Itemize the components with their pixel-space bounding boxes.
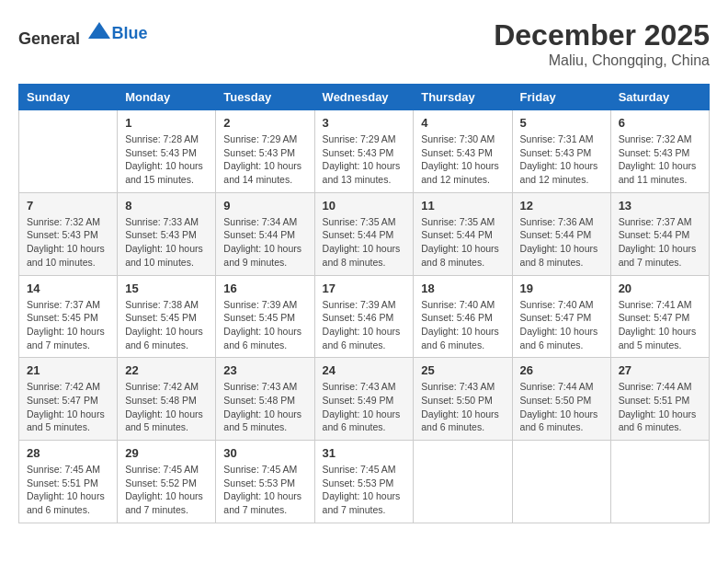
month-title: December 2025 [494,18,710,52]
day-info: Sunrise: 7:40 AM Sunset: 5:47 PM Dayligh… [520,298,603,352]
calendar-cell: 5Sunrise: 7:31 AM Sunset: 5:43 PM Daylig… [512,110,610,193]
calendar-table: SundayMondayTuesdayWednesdayThursdayFrid… [18,84,710,523]
weekday-header: Saturday [610,85,709,110]
day-number: 24 [323,363,406,377]
day-info: Sunrise: 7:40 AM Sunset: 5:46 PM Dayligh… [421,298,504,352]
day-number: 28 [27,446,109,460]
day-number: 26 [520,363,603,377]
day-number: 2 [223,116,306,130]
weekday-header: Sunday [19,85,118,110]
calendar-cell: 7Sunrise: 7:32 AM Sunset: 5:43 PM Daylig… [19,192,118,275]
calendar-cell: 12Sunrise: 7:36 AM Sunset: 5:44 PM Dayli… [512,192,610,275]
weekday-header: Tuesday [216,85,314,110]
calendar-cell: 28Sunrise: 7:45 AM Sunset: 5:51 PM Dayli… [19,441,118,523]
logo: General Blue [18,18,148,49]
page-header: General Blue December 2025 Maliu, Chongq… [18,18,710,69]
day-number: 29 [125,446,208,460]
day-number: 19 [520,282,603,295]
day-info: Sunrise: 7:38 AM Sunset: 5:45 PM Dayligh… [125,298,208,352]
calendar-week-row: 21Sunrise: 7:42 AM Sunset: 5:47 PM Dayli… [19,358,710,441]
calendar-cell: 8Sunrise: 7:33 AM Sunset: 5:43 PM Daylig… [118,192,216,275]
day-info: Sunrise: 7:37 AM Sunset: 5:44 PM Dayligh… [619,215,701,270]
calendar-week-row: 28Sunrise: 7:45 AM Sunset: 5:51 PM Dayli… [19,441,710,523]
day-number: 20 [619,282,701,295]
calendar-cell: 9Sunrise: 7:34 AM Sunset: 5:44 PM Daylig… [216,192,314,275]
calendar-cell: 10Sunrise: 7:35 AM Sunset: 5:44 PM Dayli… [314,192,414,275]
day-info: Sunrise: 7:39 AM Sunset: 5:45 PM Dayligh… [223,298,306,352]
calendar-cell: 6Sunrise: 7:32 AM Sunset: 5:43 PM Daylig… [610,110,709,193]
day-info: Sunrise: 7:31 AM Sunset: 5:43 PM Dayligh… [520,132,603,187]
weekday-header: Monday [118,85,216,110]
calendar-cell: 29Sunrise: 7:45 AM Sunset: 5:52 PM Dayli… [118,441,216,523]
day-info: Sunrise: 7:30 AM Sunset: 5:43 PM Dayligh… [421,132,504,187]
day-info: Sunrise: 7:32 AM Sunset: 5:43 PM Dayligh… [27,215,109,270]
logo-general: General [18,29,80,48]
day-info: Sunrise: 7:29 AM Sunset: 5:43 PM Dayligh… [223,132,306,187]
day-info: Sunrise: 7:35 AM Sunset: 5:44 PM Dayligh… [323,215,406,270]
day-info: Sunrise: 7:45 AM Sunset: 5:52 PM Dayligh… [125,463,208,517]
day-number: 21 [27,363,109,377]
day-info: Sunrise: 7:45 AM Sunset: 5:51 PM Dayligh… [27,463,109,517]
day-number: 30 [223,446,306,460]
title-block: December 2025 Maliu, Chongqing, China [494,18,710,69]
logo-blue: Blue [112,24,148,42]
day-number: 22 [125,363,208,377]
day-number: 25 [421,363,504,377]
calendar-cell: 1Sunrise: 7:28 AM Sunset: 5:43 PM Daylig… [118,110,216,193]
day-number: 8 [125,199,208,213]
day-info: Sunrise: 7:29 AM Sunset: 5:43 PM Dayligh… [323,132,406,187]
day-number: 15 [125,282,208,295]
day-number: 12 [520,199,603,213]
calendar-cell: 20Sunrise: 7:41 AM Sunset: 5:47 PM Dayli… [610,275,709,358]
day-number: 17 [323,282,406,295]
day-info: Sunrise: 7:45 AM Sunset: 5:53 PM Dayligh… [323,463,406,517]
calendar-cell: 13Sunrise: 7:37 AM Sunset: 5:44 PM Dayli… [610,192,709,275]
day-info: Sunrise: 7:44 AM Sunset: 5:51 PM Dayligh… [619,380,701,434]
day-number: 27 [619,363,701,377]
day-number: 11 [421,199,504,213]
calendar-cell: 21Sunrise: 7:42 AM Sunset: 5:47 PM Dayli… [19,358,118,441]
day-info: Sunrise: 7:32 AM Sunset: 5:43 PM Dayligh… [619,132,701,187]
calendar-week-row: 1Sunrise: 7:28 AM Sunset: 5:43 PM Daylig… [19,110,710,193]
calendar-week-row: 14Sunrise: 7:37 AM Sunset: 5:45 PM Dayli… [19,275,710,358]
day-number: 5 [520,116,603,130]
day-info: Sunrise: 7:36 AM Sunset: 5:44 PM Dayligh… [520,215,603,270]
day-number: 10 [323,199,406,213]
day-number: 3 [323,116,406,130]
day-number: 9 [223,199,306,213]
calendar-cell: 24Sunrise: 7:43 AM Sunset: 5:49 PM Dayli… [314,358,414,441]
day-info: Sunrise: 7:39 AM Sunset: 5:46 PM Dayligh… [323,298,406,352]
day-number: 6 [619,116,701,130]
day-number: 7 [27,199,109,213]
day-info: Sunrise: 7:43 AM Sunset: 5:49 PM Dayligh… [323,380,406,434]
calendar-cell: 14Sunrise: 7:37 AM Sunset: 5:45 PM Dayli… [19,275,118,358]
logo-icon [86,18,112,44]
day-info: Sunrise: 7:42 AM Sunset: 5:47 PM Dayligh… [27,380,109,434]
day-info: Sunrise: 7:28 AM Sunset: 5:43 PM Dayligh… [125,132,208,187]
calendar-cell [512,441,610,523]
calendar-cell: 15Sunrise: 7:38 AM Sunset: 5:45 PM Dayli… [118,275,216,358]
svg-marker-0 [88,22,110,39]
day-info: Sunrise: 7:41 AM Sunset: 5:47 PM Dayligh… [619,298,701,352]
calendar-cell [19,110,118,193]
weekday-header: Friday [512,85,610,110]
calendar-cell: 27Sunrise: 7:44 AM Sunset: 5:51 PM Dayli… [610,358,709,441]
weekday-header: Wednesday [314,85,414,110]
day-number: 18 [421,282,504,295]
day-info: Sunrise: 7:34 AM Sunset: 5:44 PM Dayligh… [223,215,306,270]
weekday-header: Thursday [414,85,512,110]
location-title: Maliu, Chongqing, China [494,52,710,69]
calendar-cell: 19Sunrise: 7:40 AM Sunset: 5:47 PM Dayli… [512,275,610,358]
calendar-cell: 4Sunrise: 7:30 AM Sunset: 5:43 PM Daylig… [414,110,512,193]
day-info: Sunrise: 7:33 AM Sunset: 5:43 PM Dayligh… [125,215,208,270]
calendar-cell: 11Sunrise: 7:35 AM Sunset: 5:44 PM Dayli… [414,192,512,275]
day-info: Sunrise: 7:42 AM Sunset: 5:48 PM Dayligh… [125,380,208,434]
calendar-cell: 17Sunrise: 7:39 AM Sunset: 5:46 PM Dayli… [314,275,414,358]
calendar-cell: 3Sunrise: 7:29 AM Sunset: 5:43 PM Daylig… [314,110,414,193]
calendar-header-row: SundayMondayTuesdayWednesdayThursdayFrid… [19,85,710,110]
day-info: Sunrise: 7:37 AM Sunset: 5:45 PM Dayligh… [27,298,109,352]
calendar-cell: 2Sunrise: 7:29 AM Sunset: 5:43 PM Daylig… [216,110,314,193]
day-number: 1 [125,116,208,130]
calendar-cell: 30Sunrise: 7:45 AM Sunset: 5:53 PM Dayli… [216,441,314,523]
calendar-cell: 16Sunrise: 7:39 AM Sunset: 5:45 PM Dayli… [216,275,314,358]
